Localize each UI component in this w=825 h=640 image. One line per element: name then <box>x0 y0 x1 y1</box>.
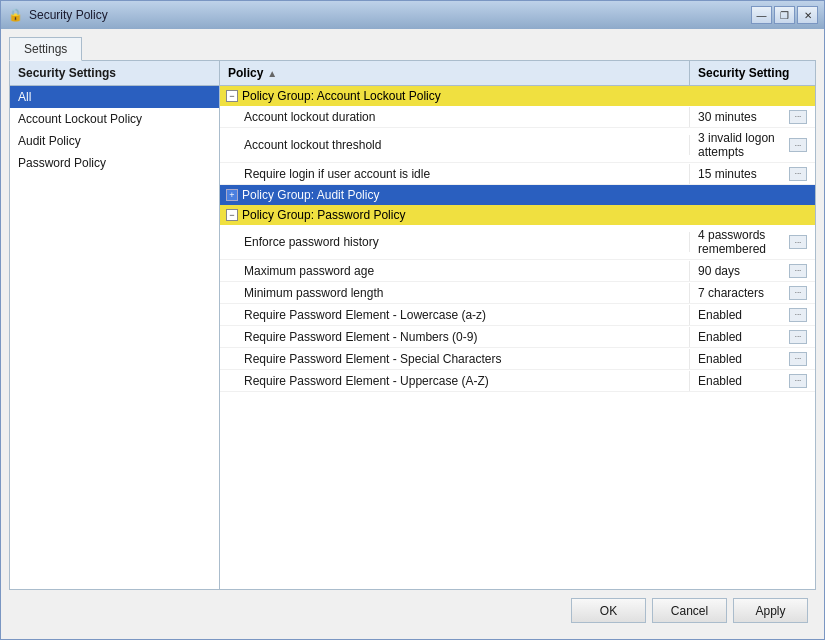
cell-policy: Require Password Element - Lowercase (a-… <box>220 305 690 325</box>
content-area: Settings Security Settings All Account L… <box>1 29 824 639</box>
ellipsis-button[interactable]: ··· <box>789 235 807 249</box>
cell-policy: Account lockout duration <box>220 107 690 127</box>
window-icon: 🔒 <box>7 7 23 23</box>
apply-button[interactable]: Apply <box>733 598 808 623</box>
table-body: − Policy Group: Account Lockout Policy A… <box>220 86 815 589</box>
close-button[interactable]: ✕ <box>797 6 818 24</box>
right-panel: Policy ▲ Security Setting − Policy Group… <box>220 61 815 589</box>
ellipsis-button[interactable]: ··· <box>789 167 807 181</box>
table-row: Maximum password age 90 days ··· <box>220 260 815 282</box>
bottom-bar: OK Cancel Apply <box>9 590 816 631</box>
cell-setting: 7 characters ··· <box>690 283 815 303</box>
cell-policy: Require Password Element - Numbers (0-9) <box>220 327 690 347</box>
cell-policy: Require Password Element - Uppercase (A-… <box>220 371 690 391</box>
ok-button[interactable]: OK <box>571 598 646 623</box>
left-panel: Security Settings All Account Lockout Po… <box>10 61 220 589</box>
cell-setting: 90 days ··· <box>690 261 815 281</box>
group-toggle-account-lockout[interactable]: − <box>226 90 238 102</box>
table-row: Require login if user account is idle 15… <box>220 163 815 185</box>
ellipsis-button[interactable]: ··· <box>789 352 807 366</box>
table-header: Policy ▲ Security Setting <box>220 61 815 86</box>
cell-policy: Account lockout threshold <box>220 135 690 155</box>
group-header-password[interactable]: − Policy Group: Password Policy <box>220 205 815 225</box>
ellipsis-button[interactable]: ··· <box>789 110 807 124</box>
cell-setting: Enabled ··· <box>690 371 815 391</box>
main-panel: Security Settings All Account Lockout Po… <box>9 60 816 590</box>
table-row: Require Password Element - Lowercase (a-… <box>220 304 815 326</box>
cell-setting: 15 minutes ··· <box>690 164 815 184</box>
sidebar-item-password[interactable]: Password Policy <box>10 152 219 174</box>
ellipsis-button[interactable]: ··· <box>789 374 807 388</box>
cell-setting: Enabled ··· <box>690 349 815 369</box>
ellipsis-button[interactable]: ··· <box>789 308 807 322</box>
ellipsis-button[interactable]: ··· <box>789 264 807 278</box>
minimize-button[interactable]: — <box>751 6 772 24</box>
table-row: Require Password Element - Numbers (0-9)… <box>220 326 815 348</box>
left-panel-header: Security Settings <box>10 61 219 86</box>
cell-setting: Enabled ··· <box>690 327 815 347</box>
cell-policy: Maximum password age <box>220 261 690 281</box>
cell-policy: Require Password Element - Special Chara… <box>220 349 690 369</box>
group-toggle-password[interactable]: − <box>226 209 238 221</box>
col-policy-header: Policy ▲ <box>220 61 690 85</box>
cell-setting: 30 minutes ··· <box>690 107 815 127</box>
panel-content: Security Settings All Account Lockout Po… <box>10 61 815 589</box>
sidebar-item-audit[interactable]: Audit Policy <box>10 130 219 152</box>
cell-setting: Enabled ··· <box>690 305 815 325</box>
ellipsis-button[interactable]: ··· <box>789 286 807 300</box>
cell-policy: Minimum password length <box>220 283 690 303</box>
table-row: Enforce password history 4 passwords rem… <box>220 225 815 260</box>
restore-button[interactable]: ❐ <box>774 6 795 24</box>
cell-policy: Enforce password history <box>220 232 690 252</box>
tab-bar: Settings <box>9 37 816 61</box>
title-bar-buttons: — ❐ ✕ <box>751 6 818 24</box>
group-header-audit[interactable]: + Policy Group: Audit Policy <box>220 185 815 205</box>
left-panel-items: All Account Lockout Policy Audit Policy … <box>10 86 219 589</box>
title-bar: 🔒 Security Policy — ❐ ✕ <box>1 1 824 29</box>
tab-settings[interactable]: Settings <box>9 37 82 61</box>
sort-icon: ▲ <box>267 68 277 79</box>
cell-setting: 4 passwords remembered ··· <box>690 225 815 259</box>
col-setting-header: Security Setting <box>690 61 815 85</box>
ellipsis-button[interactable]: ··· <box>789 330 807 344</box>
table-row: Account lockout duration 30 minutes ··· <box>220 106 815 128</box>
table-row: Require Password Element - Uppercase (A-… <box>220 370 815 392</box>
table-row: Minimum password length 7 characters ··· <box>220 282 815 304</box>
group-toggle-audit[interactable]: + <box>226 189 238 201</box>
cell-setting: 3 invalid logon attempts ··· <box>690 128 815 162</box>
window-title: Security Policy <box>29 8 751 22</box>
table-row: Account lockout threshold 3 invalid logo… <box>220 128 815 163</box>
ellipsis-button[interactable]: ··· <box>789 138 807 152</box>
group-header-account-lockout[interactable]: − Policy Group: Account Lockout Policy <box>220 86 815 106</box>
sidebar-item-all[interactable]: All <box>10 86 219 108</box>
cancel-button[interactable]: Cancel <box>652 598 727 623</box>
sidebar-item-account-lockout[interactable]: Account Lockout Policy <box>10 108 219 130</box>
table-row: Require Password Element - Special Chara… <box>220 348 815 370</box>
cell-policy: Require login if user account is idle <box>220 164 690 184</box>
main-window: 🔒 Security Policy — ❐ ✕ Settings Securit… <box>0 0 825 640</box>
